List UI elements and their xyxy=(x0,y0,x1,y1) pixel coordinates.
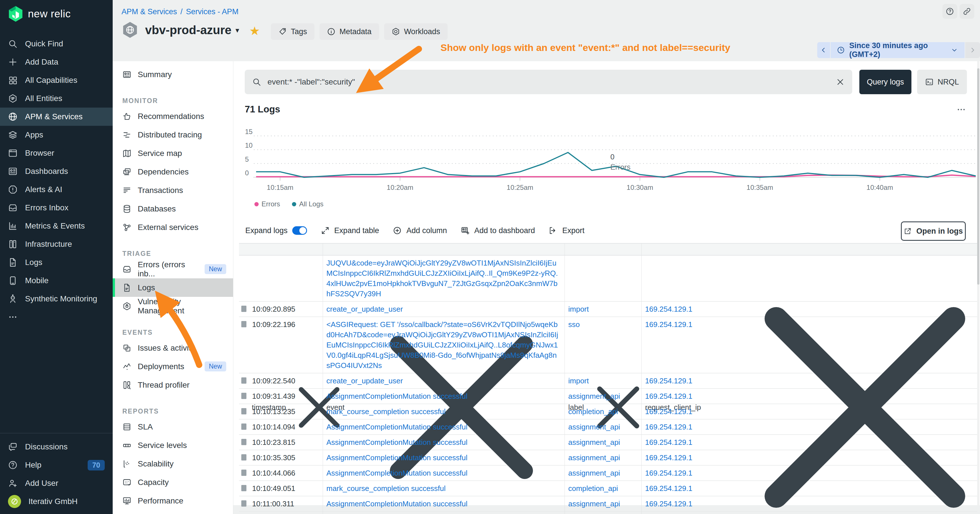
cell-request-client-ip-link[interactable]: 169.254.129.1 xyxy=(645,454,692,462)
row-select-checkbox[interactable] xyxy=(241,500,247,507)
cell-event-link[interactable]: <ASGIRequest: GET '/sso/callback/?state=… xyxy=(326,320,558,370)
log-row-10[interactable]: 10:10:49.051mark_course_completion succe… xyxy=(239,481,977,496)
subnav-item-recommendations[interactable]: Recommendations xyxy=(113,107,233,126)
cell-event-link[interactable]: mark_course_completion successful xyxy=(326,407,445,416)
sidebar-item-iterativ-gmbh[interactable]: Iterativ GmbH xyxy=(0,492,113,511)
cell-label-link[interactable]: import xyxy=(568,377,589,385)
cell-request-client-ip-link[interactable]: 169.254.129.1 xyxy=(645,484,692,493)
sidebar-item-browser[interactable]: Browser xyxy=(0,144,113,162)
legend-all-logs[interactable]: All Logs xyxy=(292,200,323,208)
cell-event-link[interactable]: AssignmentCompletionMutation successful xyxy=(326,469,468,477)
row-select-checkbox[interactable] xyxy=(241,306,247,312)
sidebar-item-synthetic-monitoring[interactable]: Synthetic Monitoring xyxy=(0,290,113,308)
add-to-dashboard-button[interactable]: Add to dashboard xyxy=(461,226,535,235)
subnav-item-databases[interactable]: Databases xyxy=(113,199,233,218)
cell-request-client-ip-link[interactable]: 169.254.129.1 xyxy=(645,320,692,329)
sidebar-item-quick-find[interactable]: Quick Find xyxy=(0,35,113,53)
cell-event-link[interactable]: AssignmentCompletionMutation successful xyxy=(326,438,468,447)
cell-event-link[interactable]: create_or_update_user xyxy=(326,377,403,385)
log-query-input[interactable] xyxy=(267,77,830,87)
row-select-checkbox[interactable] xyxy=(241,408,247,414)
sidebar-item-more[interactable] xyxy=(0,308,113,326)
subnav-item-vulnerability-management[interactable]: Vulnerability Management xyxy=(113,297,233,315)
sidebar-item-logs[interactable]: Logs xyxy=(0,253,113,272)
cell-label-link[interactable]: assignment_api xyxy=(568,392,620,401)
subnav-item-capacity[interactable]: Capacity xyxy=(113,473,233,492)
subnav-item-external-services[interactable]: External services xyxy=(113,218,233,237)
expand-logs-toggle[interactable]: Expand logs xyxy=(245,226,307,235)
subnav-item-deployments[interactable]: DeploymentsNew xyxy=(113,357,233,376)
cell-label-link[interactable]: assignment_api xyxy=(568,500,620,508)
chart-options-menu[interactable] xyxy=(953,104,970,115)
subnav-item-errors-errors-inb[interactable]: Errors (errors inb...New xyxy=(113,260,233,278)
expand-table-button[interactable]: Expand table xyxy=(321,226,379,235)
row-select-checkbox[interactable] xyxy=(241,485,247,491)
help-icon-button[interactable] xyxy=(942,4,957,19)
sidebar-item-metrics-events[interactable]: Metrics & Events xyxy=(0,217,113,235)
subnav-item-distributed-tracing[interactable]: Distributed tracing xyxy=(113,126,233,144)
sidebar-item-all-entities[interactable]: All Entities xyxy=(0,89,113,108)
sidebar-item-discussions[interactable]: Discussions xyxy=(0,438,113,456)
cell-event-link[interactable]: create_or_update_user xyxy=(326,305,403,313)
new-relic-logo[interactable]: new relic xyxy=(8,6,71,22)
cell-label-link[interactable]: assignment_api xyxy=(568,423,620,431)
cell-request-client-ip-link[interactable]: 169.254.129.1 xyxy=(645,392,692,401)
breadcrumb-services-apm[interactable]: Services - APM xyxy=(186,7,239,16)
sidebar-item-alerts-ai[interactable]: Alerts & AI xyxy=(0,180,113,199)
sidebar-item-add-user[interactable]: Add User xyxy=(0,474,113,492)
cell-event-link[interactable]: AssignmentCompletionMutation successful xyxy=(326,500,468,508)
cell-request-client-ip-link[interactable]: 169.254.129.1 xyxy=(645,305,692,313)
subnav-item-performance[interactable]: Performance xyxy=(113,492,233,510)
row-select-checkbox[interactable] xyxy=(241,439,247,445)
subnav-item-transactions[interactable]: Transactions xyxy=(113,181,233,199)
time-range-dropdown[interactable]: Since 30 minutes ago (GMT+2) xyxy=(830,42,965,58)
cell-label-link[interactable]: completion_api xyxy=(568,484,618,493)
log-row-6[interactable]: 10:10:14.094AssignmentCompletionMutation… xyxy=(239,420,977,435)
time-forward-button[interactable] xyxy=(965,42,980,58)
row-select-checkbox[interactable] xyxy=(241,469,247,476)
log-row-3[interactable]: 10:09:22.540create_or_update_userimport1… xyxy=(239,373,977,389)
cell-request-client-ip-link[interactable]: 169.254.129.1 xyxy=(645,500,692,508)
subnav-item-logs[interactable]: Logs xyxy=(113,278,233,297)
cell-event-link[interactable]: AssignmentCompletionMutation successful xyxy=(326,454,468,462)
subnav-item-issues-activity[interactable]: Issues & activity xyxy=(113,339,233,357)
sidebar-item-errors-inbox[interactable]: Errors Inbox xyxy=(0,199,113,217)
subnav-item-service-levels[interactable]: Service levels xyxy=(113,436,233,455)
workloads-button[interactable]: Workloads xyxy=(384,23,448,40)
subnav-item-service-map[interactable]: Service map xyxy=(113,144,233,162)
row-select-checkbox[interactable] xyxy=(241,454,247,460)
cell-event-link[interactable]: JUQVU&code=eyJraWQiOiJjcGltY29yZV8wOTI1M… xyxy=(326,259,558,298)
sidebar-item-dashboards[interactable]: Dashboards xyxy=(0,162,113,180)
log-row-11[interactable]: 10:11:00.311AssignmentCompletionMutation… xyxy=(239,496,977,512)
breadcrumb-apm-services[interactable]: APM & Services xyxy=(121,7,177,16)
cell-label-link[interactable]: sso xyxy=(568,320,580,329)
cell-event-link[interactable]: AssignmentCompletionMutation successful xyxy=(326,423,468,431)
subnav-item-thread-profiler[interactable]: Thread profiler xyxy=(113,376,233,394)
subnav-item-dependencies[interactable]: Dependencies xyxy=(113,162,233,181)
sidebar-item-mobile[interactable]: Mobile xyxy=(0,272,113,290)
time-back-button[interactable] xyxy=(817,42,830,58)
cell-request-client-ip-link[interactable]: 169.254.129.1 xyxy=(645,377,692,385)
cell-event-link[interactable]: mark_course_completion successful xyxy=(326,484,445,493)
log-row-5[interactable]: 10:10:13.235mark_course_completion succe… xyxy=(239,404,977,420)
log-row-0[interactable]: JUQVU&code=eyJraWQiOiJjcGltY29yZV8wOTI1M… xyxy=(239,256,977,302)
sidebar-item-apps[interactable]: Apps xyxy=(0,126,113,144)
row-select-checkbox[interactable] xyxy=(241,377,247,384)
add-column-button[interactable]: Add column xyxy=(393,226,447,235)
row-select-checkbox[interactable] xyxy=(241,393,247,399)
cell-label-link[interactable]: assignment_api xyxy=(568,454,620,462)
nrql-button[interactable]: NRQL xyxy=(917,70,967,94)
favorite-star-icon[interactable]: ★ xyxy=(249,24,260,38)
entity-name-dropdown[interactable]: vbv-prod-azure ▾ xyxy=(145,23,239,37)
cell-event-link[interactable]: AssignmentCompletionMutation successful xyxy=(326,392,468,401)
cell-request-client-ip-link[interactable]: 169.254.129.1 xyxy=(645,438,692,447)
subnav-item-summary[interactable]: Summary xyxy=(113,65,233,84)
cell-request-client-ip-link[interactable]: 169.254.129.1 xyxy=(645,407,692,416)
log-row-4[interactable]: 10:09:31.439AssignmentCompletionMutation… xyxy=(239,389,977,404)
log-row-1[interactable]: 10:09:20.895create_or_update_userimport1… xyxy=(239,302,977,317)
legend-errors[interactable]: Errors xyxy=(255,200,280,208)
cell-label-link[interactable]: completion_api xyxy=(568,407,618,416)
cell-request-client-ip-link[interactable]: 169.254.129.1 xyxy=(645,469,692,477)
sidebar-item-all-capabilities[interactable]: All Capabilities xyxy=(0,71,113,89)
metadata-button[interactable]: Metadata xyxy=(320,23,379,40)
